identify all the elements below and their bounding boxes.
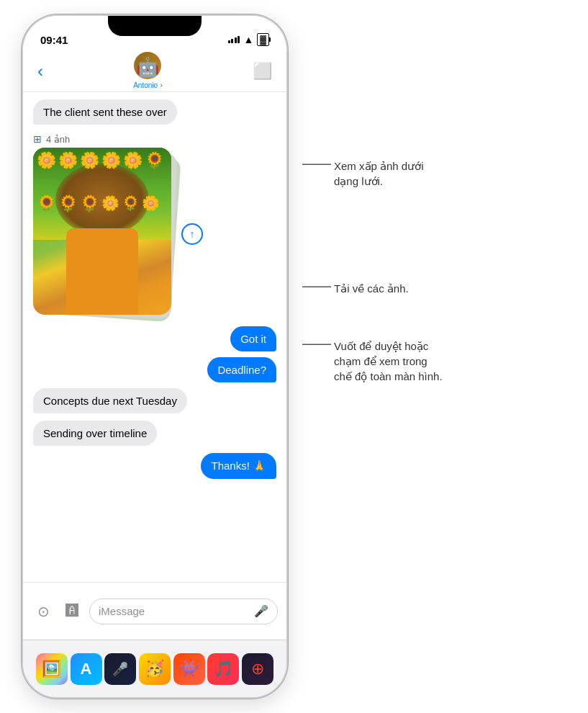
bubble-sent-thanks: Thanks! 🙏	[201, 453, 276, 479]
input-placeholder: iMessage	[99, 605, 145, 617]
signal-bar-2	[231, 39, 233, 43]
bubble-sent-got-it: Got it	[230, 326, 276, 351]
annotation-text-2: Tải về các ảnh.	[334, 281, 409, 296]
bubble-received-concepts: Concepts due next Tuesday	[33, 388, 187, 413]
scene: 09:41 ▲ ▓ ‹ 🤖	[0, 0, 588, 713]
contact-name: Antonio ›	[133, 80, 163, 90]
photo-count-row: ⊞ 4 ảnh	[33, 133, 276, 145]
bubble-received-sending: Sending over timeline	[33, 421, 157, 446]
annotation-3-group: Vuốt để duyệt hoặc chạm để xem trong chế…	[302, 338, 443, 384]
notch	[108, 16, 202, 36]
annotation-line-2	[302, 287, 331, 287]
app-icon-music[interactable]: 🎵	[207, 653, 239, 685]
message-row-1: The client sent these over	[33, 99, 276, 129]
avatar: 🤖	[134, 52, 161, 79]
fitness-icon: ⊕	[251, 660, 264, 678]
bubble-sent-deadline: Deadline?	[207, 357, 276, 382]
apps-button[interactable]: 🅰	[60, 600, 83, 623]
signal-bar-3	[235, 37, 237, 43]
nav-header: ‹ 🤖 Antonio › ⬜	[23, 50, 286, 92]
annotation-2-group: Tải về các ảnh.	[302, 281, 409, 296]
signal-bar-1	[228, 40, 230, 43]
back-button[interactable]: ‹	[37, 61, 43, 81]
app-icon-memoji[interactable]: 🥳	[139, 653, 171, 685]
input-area: ⊙ 🅰 iMessage 🎤	[23, 582, 286, 640]
appstore-icon: A	[81, 660, 92, 678]
message-row-thanks: Thanks! 🙏	[33, 453, 276, 482]
message-row-sending: Sending over timeline	[33, 421, 276, 450]
person-body	[66, 228, 138, 315]
message-input[interactable]: iMessage 🎤	[89, 598, 278, 624]
app-drawer: 🖼️ A 🎤 🥳 👾 🎵 ⊕	[23, 640, 286, 697]
status-icons: ▲ ▓	[228, 33, 269, 46]
game-icon: 👾	[179, 660, 199, 678]
annotations: Xem xấp ảnh dưới dạng lưới. Tải về các ả…	[302, 0, 588, 713]
annotation-line-1	[302, 164, 331, 165]
app-icon-game[interactable]: 👾	[173, 653, 205, 685]
music-icon: 🎵	[214, 660, 233, 678]
photo-grid-icon: ⊞	[33, 133, 42, 145]
annotation-line-3	[302, 344, 331, 345]
status-time: 09:41	[40, 34, 68, 46]
photo-stack[interactable]: 🌼 🌼 🌼 🌼 🌼 🌻 🌻 🌻 🌻 🌼 🌻 🌼	[33, 148, 177, 320]
camera-button[interactable]: ⊙	[32, 600, 55, 623]
photos-icon: 🖼️	[42, 660, 61, 678]
contact-info[interactable]: 🤖 Antonio ›	[133, 52, 163, 90]
signal-bars-icon	[228, 36, 240, 43]
wifi-icon: ▲	[243, 34, 253, 45]
app-icon-appstore[interactable]: A	[71, 653, 102, 685]
phone-frame: 09:41 ▲ ▓ ‹ 🤖	[22, 14, 288, 699]
video-call-button[interactable]: ⬜	[253, 62, 272, 81]
download-button[interactable]: ↑	[181, 223, 203, 245]
message-row-concepts: Concepts due next Tuesday	[33, 388, 276, 418]
annotation-text-1: Xem xấp ảnh dưới dạng lưới.	[334, 158, 424, 189]
mic-icon: 🎤	[254, 604, 268, 618]
app-icon-fitness[interactable]: ⊕	[242, 653, 273, 685]
battery-icon: ▓	[257, 33, 269, 46]
download-icon: ↑	[190, 228, 195, 240]
annotation-1-group: Xem xấp ảnh dưới dạng lưới.	[302, 158, 424, 189]
photo-count-text: 4 ảnh	[46, 134, 70, 145]
photo-main[interactable]: 🌼 🌼 🌼 🌼 🌼 🌻 🌻 🌻 🌻 🌼 🌻 🌼	[33, 148, 171, 315]
app-icon-voice[interactable]: 🎤	[104, 653, 136, 685]
signal-bar-4	[238, 36, 240, 43]
avatar-memoji: 🤖	[136, 58, 159, 76]
message-row-deadline: Deadline?	[33, 357, 276, 385]
messages-area: The client sent these over ⊞ 4 ảnh	[23, 92, 286, 582]
app-icon-photos[interactable]: 🖼️	[36, 653, 68, 685]
apps-icon: 🅰	[65, 604, 78, 619]
photo-stack-wrapper: 🌼 🌼 🌼 🌼 🌼 🌻 🌻 🌻 🌻 🌼 🌻 🌼	[33, 148, 276, 320]
annotation-text-3: Vuốt để duyệt hoặc chạm để xem trong chế…	[334, 338, 443, 384]
memoji-icon: 🥳	[145, 660, 164, 678]
camera-icon: ⊙	[37, 603, 50, 620]
voice-icon: 🎤	[112, 661, 128, 677]
message-row-got-it: Got it	[33, 326, 276, 354]
bubble-received-1: The client sent these over	[33, 99, 177, 125]
